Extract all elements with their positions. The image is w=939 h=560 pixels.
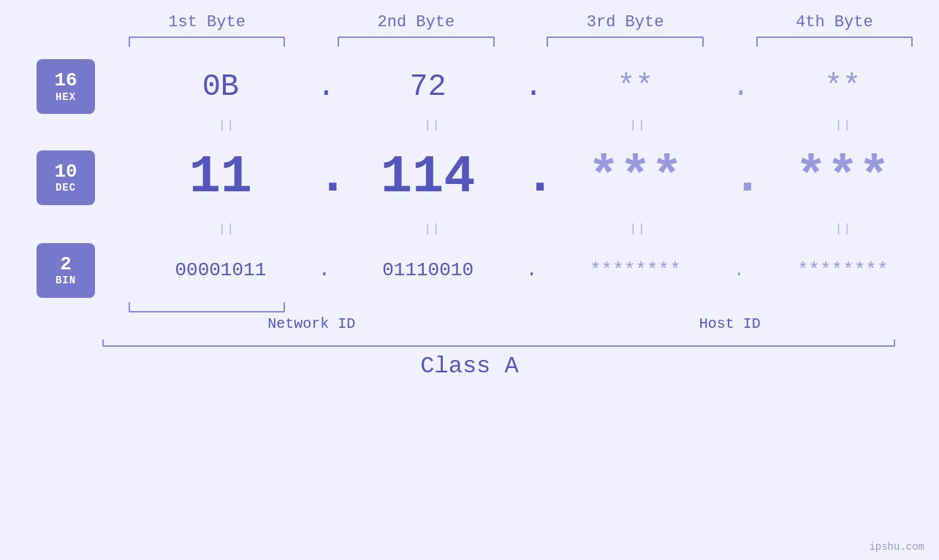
dec-byte3-value: *** — [588, 147, 683, 207]
bin-dot3: . — [731, 259, 746, 281]
hex-dot1: . — [317, 69, 332, 104]
bin-byte2-cell: 01110010 — [332, 259, 525, 281]
segment-labels-row: Network ID Host ID — [0, 315, 939, 332]
watermark: ipshu.com — [869, 541, 924, 553]
dec-badge-number: 10 — [54, 161, 77, 183]
dec-dot2: . — [525, 156, 539, 199]
top-brackets — [0, 34, 939, 49]
bottom-brackets — [0, 302, 939, 312]
byte1-header: 1st Byte — [102, 13, 311, 31]
top-bracket-2 — [338, 37, 495, 47]
sep2-byte2: || — [424, 223, 441, 236]
sep2-byte4: || — [835, 223, 852, 236]
dec-byte3-cell: *** — [539, 147, 732, 207]
bin-badge-label: BIN — [56, 275, 76, 286]
bracket-cell-2 — [311, 34, 520, 49]
hex-row: 16 HEX 0B . 72 . ** . ** — [0, 59, 939, 114]
hex-byte1-cell: 0B — [124, 69, 317, 104]
sep-cells-2: || || || || — [132, 223, 939, 236]
hex-badge-number: 16 — [54, 70, 77, 91]
class-bracket — [102, 340, 895, 347]
bin-badge: 2 BIN — [37, 243, 95, 298]
bin-byte1-value: 00001011 — [175, 259, 266, 281]
bin-byte4-value: ******** — [797, 259, 889, 281]
top-bracket-1 — [129, 37, 286, 47]
hex-dot2: . — [525, 69, 539, 104]
dec-badge-label: DEC — [56, 182, 76, 193]
sep-row-2: || || || || — [0, 218, 939, 241]
hex-byte4-cell: ** — [746, 69, 939, 104]
bracket-cell-1 — [102, 34, 311, 49]
byte3-header: 3rd Byte — [521, 13, 730, 31]
bracket-cell-4 — [730, 34, 939, 49]
dec-byte4-cell: *** — [746, 147, 939, 207]
top-bracket-3 — [547, 37, 704, 47]
dec-dot1: . — [317, 156, 332, 199]
host-id-label: Host ID — [521, 315, 940, 332]
bin-byte3-cell: ******** — [539, 259, 732, 281]
bin-row: 2 BIN 00001011 . 01110010 . ******** . *… — [0, 241, 939, 299]
main-layout: 1st Byte 2nd Byte 3rd Byte 4th Byte 16 H… — [0, 0, 939, 560]
bin-byte2-value: 01110010 — [382, 259, 474, 281]
dec-byte-cells: 11 . 114 . *** . *** — [124, 147, 939, 207]
sep-row-1: || || || || — [0, 114, 939, 137]
dec-byte2-cell: 114 — [332, 147, 525, 207]
sep2-byte3: || — [630, 223, 647, 236]
hex-byte-cells: 0B . 72 . ** . ** — [124, 69, 939, 104]
bin-dot1: . — [317, 259, 332, 281]
bottom-bracket-cell-2 — [311, 302, 520, 312]
dec-byte1-value: 11 — [189, 147, 252, 207]
bin-byte4-cell: ******** — [746, 259, 939, 281]
bin-badge-number: 2 — [60, 254, 72, 275]
bracket-cell-3 — [521, 34, 730, 49]
sep2-byte1: || — [218, 223, 235, 236]
sep1-byte2: || — [424, 119, 441, 132]
hex-badge-label: HEX — [56, 91, 76, 103]
hex-badge: 16 HEX — [37, 59, 95, 114]
sep-cells-1: || || || || — [132, 119, 939, 132]
bottom-bracket-cell-3 — [521, 302, 730, 312]
hex-byte1-value: 0B — [202, 69, 239, 104]
byte4-header: 4th Byte — [730, 13, 939, 31]
bin-dot2: . — [525, 259, 539, 281]
dec-row: 10 DEC 11 . 114 . *** . *** — [0, 137, 939, 218]
hex-dot3: . — [731, 69, 746, 104]
byte-headers: 1st Byte 2nd Byte 3rd Byte 4th Byte — [0, 13, 939, 31]
top-bracket-4 — [756, 37, 913, 47]
hex-byte2-value: 72 — [409, 69, 446, 104]
class-label: Class A — [0, 353, 939, 380]
bottom-bracket-cell-4 — [730, 302, 939, 312]
network-id-label: Network ID — [102, 315, 521, 332]
bottom-bracket-1 — [129, 302, 286, 312]
byte2-header: 2nd Byte — [311, 13, 520, 31]
bottom-bracket-cell-1 — [102, 302, 311, 312]
dec-dot3: . — [731, 156, 746, 199]
dec-byte2-value: 114 — [381, 147, 476, 207]
bin-byte3-value: ******** — [590, 259, 681, 281]
dec-byte1-cell: 11 — [124, 147, 317, 207]
hex-byte4-value: ** — [824, 69, 861, 104]
hex-byte2-cell: 72 — [332, 69, 525, 104]
hex-byte3-cell: ** — [539, 69, 732, 104]
bin-byte1-cell: 00001011 — [124, 259, 317, 281]
sep1-byte1: || — [218, 119, 235, 132]
bin-byte-cells: 00001011 . 01110010 . ******** . *******… — [124, 259, 939, 281]
dec-badge: 10 DEC — [37, 150, 95, 205]
sep1-byte4: || — [835, 119, 852, 132]
hex-byte3-value: ** — [617, 69, 653, 104]
dec-byte4-value: *** — [795, 147, 890, 207]
sep1-byte3: || — [630, 119, 647, 132]
